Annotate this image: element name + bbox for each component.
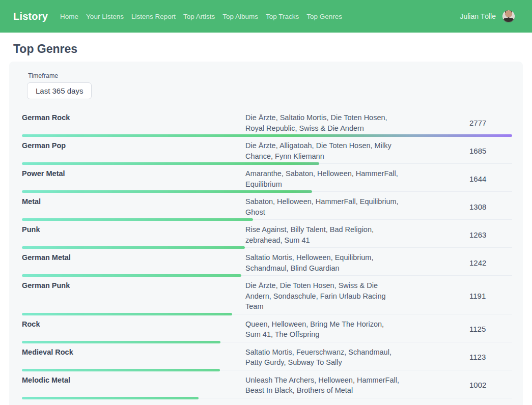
genre-name: Punk: [22, 224, 245, 235]
genre-row: MetalSabaton, Helloween, HammerFall, Equ…: [22, 192, 512, 220]
top-nav: Listory HomeYour ListensListens ReportTo…: [0, 0, 532, 33]
genre-row: German IndieBukahara, Käptn Peng, KYTES,…: [22, 398, 512, 405]
genre-name: German Indie: [22, 403, 245, 405]
genre-top-artists: Queen, Helloween, Bring Me The Horizon, …: [245, 319, 401, 340]
timeframe-label: Timeframe: [28, 72, 512, 79]
genre-name: Rock: [22, 319, 245, 329]
genre-top-artists: Die Ärzte, Alligatoah, Die Toten Hosen, …: [245, 140, 401, 161]
genre-row: PunkRise Against, Billy Talent, Bad Reli…: [22, 220, 512, 248]
genre-top-artists: Saltatio Mortis, Helloween, Equilibrium,…: [245, 252, 401, 273]
genre-listen-count: 1002: [401, 380, 512, 390]
genre-row: Medieval RockSaltatio Mortis, Feuerschwa…: [22, 342, 512, 370]
genres-table: German RockDie Ärzte, Saltatio Mortis, D…: [22, 108, 512, 405]
genre-row: German PopDie Ärzte, Alligatoah, Die Tot…: [22, 136, 512, 164]
genre-row: Melodic MetalUnleash The Archers, Hellow…: [22, 370, 512, 398]
genre-name: German Metal: [22, 252, 245, 263]
genre-row: German MetalSaltatio Mortis, Helloween, …: [22, 248, 512, 276]
genre-name: Melodic Metal: [22, 375, 245, 385]
nav-item-your-listens[interactable]: Your Listens: [86, 13, 124, 20]
nav-item-top-albums[interactable]: Top Albums: [222, 13, 258, 20]
timeframe-select[interactable]: Last 365 days: [27, 82, 92, 99]
genre-top-artists: Rise Against, Billy Talent, Bad Religion…: [245, 224, 401, 245]
genre-row: German PunkDie Ärzte, Die Toten Hosen, S…: [22, 276, 512, 314]
genre-top-artists: Die Ärzte, Die Toten Hosen, Swiss & Die …: [245, 280, 401, 312]
genre-top-artists: Saltatio Mortis, Feuerschwanz, Schandmau…: [245, 347, 401, 368]
genre-top-artists: Unleash The Archers, Helloween, HammerFa…: [245, 375, 401, 396]
genre-listen-count: 1685: [401, 146, 512, 156]
genre-listen-count: 1644: [401, 174, 512, 184]
genre-name: German Rock: [22, 112, 245, 123]
top-genres-card: Timeframe Last 365 days German RockDie Ä…: [9, 62, 523, 405]
user-name[interactable]: Julian Tölle: [460, 12, 496, 20]
genre-row: RockQueen, Helloween, Bring Me The Horiz…: [22, 314, 512, 342]
genre-top-artists: Bukahara, Käptn Peng, KYTES, Von Wegen L…: [245, 403, 401, 405]
genre-row: Power MetalAmaranthe, Sabaton, Helloween…: [22, 164, 512, 192]
page-title: Top Genres: [13, 42, 523, 56]
genre-listen-count: 1242: [401, 258, 512, 268]
nav-links: HomeYour ListensListens ReportTop Artist…: [60, 13, 460, 20]
genre-top-artists: Amaranthe, Sabaton, Helloween, HammerFal…: [245, 168, 401, 189]
user-avatar[interactable]: [502, 10, 515, 22]
nav-user-area: Julian Tölle: [460, 10, 515, 22]
nav-item-listens-report[interactable]: Listens Report: [131, 13, 176, 20]
genre-name: Power Metal: [22, 168, 245, 179]
genre-top-artists: Sabaton, Helloween, HammerFall, Equilibr…: [245, 196, 401, 217]
genre-name: German Pop: [22, 140, 245, 151]
genre-listen-count: 1263: [401, 230, 512, 240]
brand-logo[interactable]: Listory: [13, 11, 48, 22]
genre-listen-count: 1125: [401, 324, 512, 334]
nav-item-top-genres[interactable]: Top Genres: [306, 13, 342, 20]
genre-name: German Punk: [22, 280, 245, 291]
main-content: Top Genres Timeframe Last 365 days Germa…: [0, 42, 532, 405]
genre-listen-count: 2777: [401, 118, 512, 128]
genre-name: Metal: [22, 196, 245, 207]
genre-name: Medieval Rock: [22, 347, 245, 357]
genre-listen-count: 1191: [401, 291, 512, 301]
genre-top-artists: Die Ärzte, Saltatio Mortis, Die Toten Ho…: [245, 112, 401, 133]
nav-item-top-artists[interactable]: Top Artists: [183, 13, 215, 20]
nav-item-top-tracks[interactable]: Top Tracks: [266, 13, 299, 20]
genre-row: German RockDie Ärzte, Saltatio Mortis, D…: [22, 108, 512, 136]
genre-listen-count: 1308: [401, 202, 512, 212]
nav-item-home[interactable]: Home: [60, 13, 78, 20]
genre-listen-count: 1123: [401, 352, 512, 362]
